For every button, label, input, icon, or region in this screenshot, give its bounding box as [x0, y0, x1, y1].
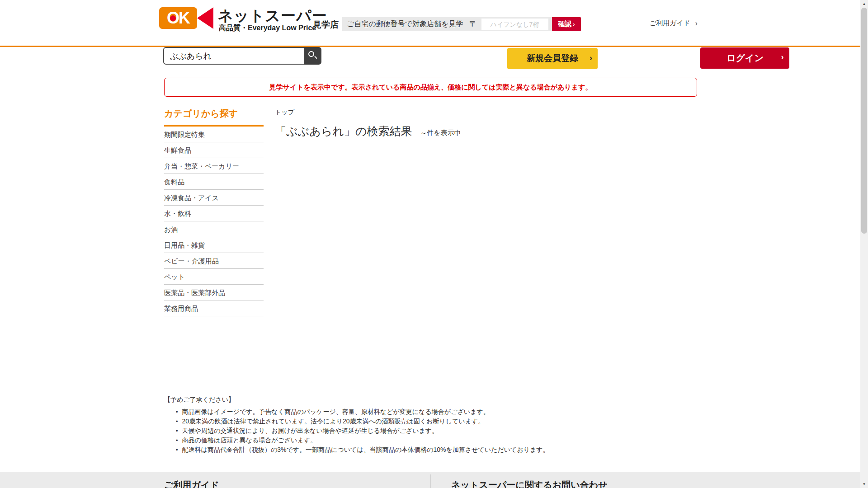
list-item: • 配送料は商品代金合計（税抜）の3%です。一部商品については、当該商品の本体価…	[176, 445, 549, 455]
postal-confirm-label: 確認	[558, 20, 571, 28]
usage-guide-link[interactable]: ご利用ガイド ›	[649, 19, 698, 28]
search-bar	[163, 47, 321, 65]
usage-guide-label: ご利用ガイド	[649, 19, 690, 28]
scrollbar-thumb[interactable]	[861, 8, 867, 234]
list-item: • 商品画像はイメージです。予告なく商品のパッケージ、容量、原材料などが変更にな…	[176, 407, 549, 417]
preview-site-notice: 見学サイトを表示中です。表示されている商品の品揃え、価格に関しては実際と異なる場…	[164, 78, 697, 97]
search-button[interactable]	[304, 47, 321, 65]
store-mode-label: 見学店	[313, 19, 339, 31]
footer-usage-guide-heading[interactable]: ご利用ガイド	[164, 479, 219, 488]
content-divider	[159, 378, 702, 378]
search-input[interactable]	[163, 47, 304, 65]
ok-logo[interactable]: OK	[159, 7, 197, 29]
disclaimer-notes: 【予めご了承ください】 • 商品画像はイメージです。予告なく商品のパッケージ、容…	[164, 396, 549, 455]
sidebar-item-commercial[interactable]: 業務用商品	[164, 300, 264, 316]
sidebar-item-water-drinks[interactable]: 水・飲料	[164, 206, 264, 221]
register-label: 新規会員登録	[527, 53, 578, 63]
vertical-scrollbar[interactable]: ▲ ▼	[860, 0, 868, 488]
footer-divider	[430, 474, 431, 488]
breadcrumb[interactable]: トップ	[275, 108, 294, 117]
bullet-icon: •	[176, 426, 178, 436]
sidebar-item-frozen-ice[interactable]: 冷凍食品・アイス	[164, 190, 264, 206]
bullet-icon: •	[176, 436, 178, 445]
postal-mark-icon: 〒	[470, 19, 477, 29]
note-text: 20歳未満の飲酒は法律で禁止されています。法令により20歳未満への酒類販売は固く…	[182, 417, 485, 426]
ok-logo-triangle-icon	[197, 7, 213, 29]
footer-contact-heading[interactable]: ネットスーパーに関するお問い合わせ	[451, 479, 608, 488]
postal-confirm-button[interactable]: 確認 ›	[552, 17, 581, 31]
postal-prompt-label: ご自宅の郵便番号で対象店舗を見学	[347, 19, 463, 29]
sidebar-item-limited-specials[interactable]: 期間限定特集	[164, 127, 264, 142]
postal-lookup-bar: ご自宅の郵便番号で対象店舗を見学 〒 確認 ›	[342, 17, 581, 31]
sidebar-item-pet[interactable]: ペット	[164, 269, 264, 285]
category-heading: カテゴリから探す	[164, 108, 264, 120]
scrollbar-up-icon[interactable]: ▲	[860, 0, 868, 8]
sidebar-item-baby-care[interactable]: ベビー・介護用品	[164, 253, 264, 269]
chevron-right-icon: ›	[573, 21, 575, 28]
chevron-right-icon: ›	[781, 52, 783, 62]
scrollbar-down-icon[interactable]: ▼	[860, 480, 868, 488]
search-result-header: 「ぶぶあられ」の検索結果 ～件を表示中	[275, 124, 461, 139]
result-count-note: ～件を表示中	[420, 129, 461, 137]
sidebar-item-groceries[interactable]: 食料品	[164, 174, 264, 190]
bullet-icon: •	[176, 417, 178, 426]
sidebar-item-alcohol[interactable]: お酒	[164, 221, 264, 237]
list-item: • 天候や周辺の交通状況により、お届けが出来ない場合や遅延が生じる場合がございま…	[176, 426, 549, 436]
list-item: • 商品の価格は店頭と異なる場合がございます。	[176, 436, 549, 445]
sidebar-item-daily-sundries[interactable]: 日用品・雑貨	[164, 237, 264, 253]
header-divider	[0, 46, 868, 47]
ok-logo-red-dot-icon	[170, 15, 176, 21]
magnifier-icon	[308, 51, 314, 57]
register-button[interactable]: 新規会員登録 ›	[507, 48, 598, 69]
chevron-right-icon: ›	[695, 19, 697, 28]
login-button[interactable]: ログイン ›	[700, 47, 789, 69]
note-text: 商品の価格は店頭と異なる場合がございます。	[182, 436, 317, 445]
note-text: 商品画像はイメージです。予告なく商品のパッケージ、容量、原材料などが変更になる場…	[182, 407, 490, 417]
sidebar-item-bento-deli-bakery[interactable]: 弁当・惣菜・ベーカリー	[164, 158, 264, 174]
chevron-right-icon: ›	[590, 53, 592, 63]
bullet-icon: •	[176, 445, 178, 455]
disclaimer-heading: 【予めご了承ください】	[164, 396, 549, 404]
bullet-icon: •	[176, 407, 178, 417]
note-text: 天候や周辺の交通状況により、お届けが出来ない場合や遅延が生じる場合がございます。	[182, 426, 439, 436]
page-title: 「ぶぶあられ」の検索結果	[275, 124, 412, 139]
list-item: • 20歳未満の飲酒は法律で禁止されています。法令により20歳未満への酒類販売は…	[176, 417, 549, 426]
category-sidebar: カテゴリから探す 期間限定特集 生鮮食品 弁当・惣菜・ベーカリー 食料品 冷凍食…	[164, 108, 264, 316]
login-label: ログイン	[726, 53, 764, 63]
note-text: 配送料は商品代金合計（税抜）の3%です。一部商品については、当該商品の本体価格の…	[182, 445, 549, 455]
brand-tagline: 高品質・Everyday Low Price	[219, 23, 316, 33]
sidebar-item-fresh-food[interactable]: 生鮮食品	[164, 142, 264, 158]
page: OK ネットスーパー 高品質・Everyday Low Price 見学店 ご自…	[0, 0, 868, 488]
sidebar-item-medicine[interactable]: 医薬品・医薬部外品	[164, 285, 264, 300]
postal-code-input[interactable]	[481, 19, 548, 30]
